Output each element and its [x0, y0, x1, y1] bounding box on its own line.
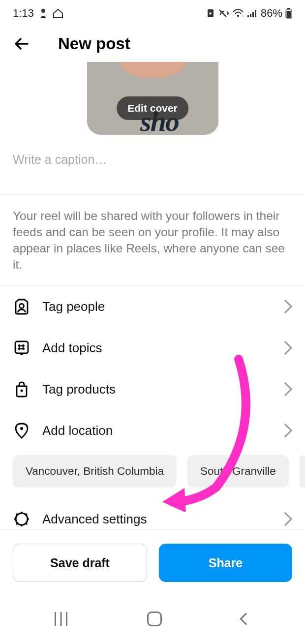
svg-text:+: +: [242, 14, 244, 18]
location-chip[interactable]: [300, 455, 305, 488]
svg-rect-10: [287, 11, 291, 18]
status-time: 1:13: [13, 7, 34, 20]
back-button[interactable]: [13, 34, 31, 53]
wifi-icon: +: [232, 9, 244, 18]
signal-icon: [247, 9, 258, 18]
system-nav-bar: [0, 600, 305, 644]
chevron-right-icon: [278, 382, 292, 396]
tag-people-icon: [13, 298, 30, 315]
add-topics-label: Add topics: [42, 340, 280, 356]
hashtag-icon: [13, 339, 30, 357]
battery-saver-icon: [207, 8, 214, 18]
nav-recents-button[interactable]: [55, 612, 67, 626]
svg-rect-6: [252, 12, 254, 17]
location-chip[interactable]: Vancouver, British Columbia: [13, 455, 177, 488]
tag-products-row[interactable]: Tag products: [0, 368, 305, 410]
battery-icon: [285, 8, 292, 19]
info-text: Your reel will be shared with your follo…: [13, 208, 292, 273]
tag-people-row[interactable]: Tag people: [0, 286, 305, 327]
save-draft-button[interactable]: Save draft: [13, 544, 147, 582]
svg-line-22: [16, 523, 18, 524]
chevron-right-icon: [278, 424, 292, 437]
location-chip[interactable]: South Granville: [187, 455, 289, 488]
svg-line-23: [26, 514, 27, 515]
nav-back-button[interactable]: [240, 613, 252, 625]
svg-point-13: [21, 390, 23, 392]
caption-input[interactable]: Write a caption…: [0, 135, 305, 194]
tag-people-label: Tag people: [42, 299, 280, 314]
header: New post: [0, 25, 305, 62]
status-bar: 1:13 + 86%: [0, 0, 305, 25]
svg-point-14: [20, 427, 23, 430]
info-block: Your reel will be shared with your follo…: [0, 194, 305, 286]
svg-line-20: [16, 514, 18, 515]
edit-cover-button[interactable]: Edit cover: [117, 96, 188, 120]
footer: Save draft Share: [0, 529, 305, 596]
svg-line-21: [26, 523, 27, 524]
svg-rect-12: [15, 341, 28, 353]
svg-rect-4: [247, 15, 249, 17]
svg-rect-5: [250, 14, 251, 17]
tag-products-label: Tag products: [42, 382, 280, 397]
page-title: New post: [58, 34, 130, 53]
add-topics-row[interactable]: Add topics: [0, 327, 305, 368]
add-location-label: Add location: [42, 423, 280, 438]
status-app-icon: [39, 8, 48, 18]
share-button[interactable]: Share: [159, 544, 292, 582]
chevron-right-icon: [278, 341, 292, 355]
status-left: 1:13: [13, 7, 63, 20]
battery-percentage: 86%: [261, 7, 282, 20]
home-icon: [53, 8, 63, 18]
caption-placeholder: Write a caption…: [13, 153, 292, 167]
advanced-settings-label: Advanced settings: [42, 512, 280, 527]
vibrate-icon: [217, 8, 229, 18]
svg-point-11: [20, 304, 24, 308]
svg-rect-7: [255, 10, 256, 17]
nav-home-button[interactable]: [147, 612, 162, 626]
location-suggestions: Vancouver, British Columbia South Granvi…: [0, 451, 305, 498]
add-location-row[interactable]: Add location: [0, 410, 305, 451]
gear-icon: [13, 510, 30, 528]
svg-point-2: [237, 15, 239, 17]
chevron-right-icon: [278, 300, 292, 313]
svg-point-0: [41, 9, 45, 13]
chevron-right-icon: [278, 512, 292, 526]
status-right: + 86%: [207, 7, 292, 20]
location-pin-icon: [13, 422, 30, 439]
cover-preview[interactable]: sho Edit cover: [0, 62, 305, 135]
shopping-bag-icon: [13, 380, 30, 398]
